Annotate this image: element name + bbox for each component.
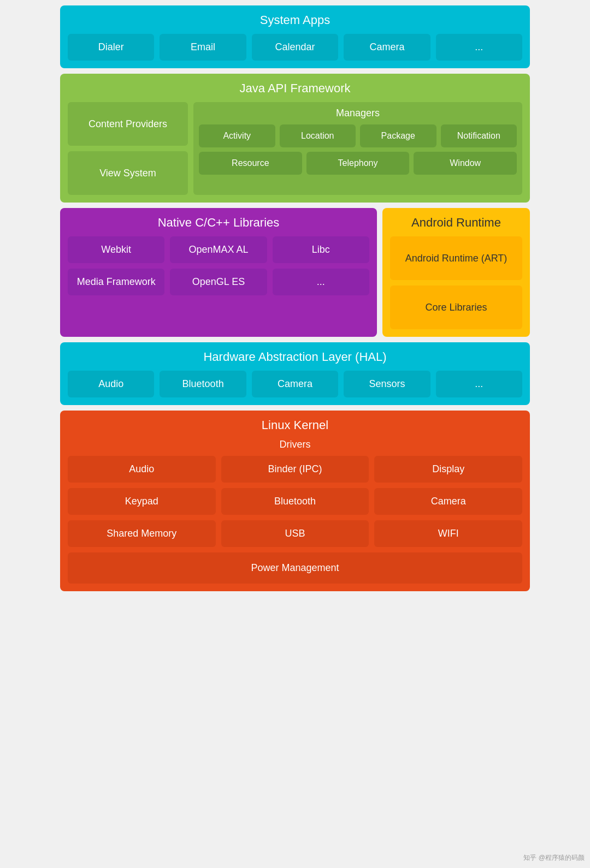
art-cell: Android Runtime (ART) xyxy=(390,236,522,280)
telephony-cell: Telephony xyxy=(306,152,410,175)
webkit-cell: Webkit xyxy=(68,236,164,263)
power-management-cell: Power Management xyxy=(68,552,522,584)
hal-sensors-cell: Sensors xyxy=(344,371,430,397)
android-runtime-layer: Android Runtime Android Runtime (ART) Co… xyxy=(382,208,530,337)
camera-cell: Camera xyxy=(344,34,430,61)
system-apps-row: Dialer Email Calendar Camera ... xyxy=(68,34,522,61)
calendar-cell: Calendar xyxy=(252,34,338,61)
content-providers-cell: Content Providers xyxy=(68,102,188,146)
hal-bluetooth-cell: Bluetooth xyxy=(160,371,246,397)
driver-bluetooth-cell: Bluetooth xyxy=(221,488,369,515)
drivers-grid: Audio Binder (IPC) Display Keypad Blueto… xyxy=(68,456,522,547)
managers-row2: Resource Telephony Window xyxy=(199,152,517,175)
email-cell: Email xyxy=(160,34,246,61)
driver-usb-cell: USB xyxy=(221,520,369,547)
location-cell: Location xyxy=(280,124,356,147)
linux-kernel-title: Linux Kernel xyxy=(68,418,522,432)
managers-row1: Activity Location Package Notification xyxy=(199,124,517,147)
driver-wifi-cell: WIFI xyxy=(374,520,522,547)
linux-kernel-layer: Linux Kernel Drivers Audio Binder (IPC) … xyxy=(60,411,530,591)
native-libs-title: Native C/C++ Libraries xyxy=(68,216,369,230)
hal-audio-cell: Audio xyxy=(68,371,154,397)
system-apps-title: System Apps xyxy=(68,13,522,27)
java-api-title: Java API Framework xyxy=(68,81,522,96)
java-api-inner: Content Providers View System Managers A… xyxy=(68,102,522,195)
driver-shared-memory-cell: Shared Memory xyxy=(68,520,216,547)
resource-cell: Resource xyxy=(199,152,302,175)
hal-title: Hardware Abstraction Layer (HAL) xyxy=(68,350,522,364)
hal-row: Audio Bluetooth Camera Sensors ... xyxy=(68,371,522,397)
android-runtime-title: Android Runtime xyxy=(390,216,522,230)
driver-keypad-cell: Keypad xyxy=(68,488,216,515)
window-cell: Window xyxy=(414,152,517,175)
media-framework-cell: Media Framework xyxy=(68,269,164,295)
core-libraries-cell: Core Libraries xyxy=(390,286,522,329)
driver-display-cell: Display xyxy=(374,456,522,483)
dialer-cell: Dialer xyxy=(68,34,154,61)
driver-camera-cell: Camera xyxy=(374,488,522,515)
system-apps-layer: System Apps Dialer Email Calendar Camera… xyxy=(60,5,530,68)
drivers-title: Drivers xyxy=(68,439,522,450)
managers-section: Managers Activity Location Package Notif… xyxy=(193,102,522,195)
managers-title: Managers xyxy=(199,108,517,119)
notification-cell: Notification xyxy=(441,124,517,147)
native-more-cell: ... xyxy=(273,269,369,295)
package-cell: Package xyxy=(360,124,436,147)
view-system-cell: View System xyxy=(68,151,188,195)
native-libs-layer: Native C/C++ Libraries Webkit OpenMAX AL… xyxy=(60,208,377,337)
native-libs-grid: Webkit OpenMAX AL Libc Media Framework O… xyxy=(68,236,369,295)
hal-layer: Hardware Abstraction Layer (HAL) Audio B… xyxy=(60,342,530,405)
opengl-cell: OpenGL ES xyxy=(170,269,267,295)
hal-camera-cell: Camera xyxy=(252,371,338,397)
native-runtime-row: Native C/C++ Libraries Webkit OpenMAX AL… xyxy=(60,208,530,337)
java-api-left: Content Providers View System xyxy=(68,102,188,195)
activity-cell: Activity xyxy=(199,124,275,147)
hal-more-cell: ... xyxy=(436,371,522,397)
java-api-layer: Java API Framework Content Providers Vie… xyxy=(60,74,530,203)
libc-cell: Libc xyxy=(273,236,369,263)
driver-binder-cell: Binder (IPC) xyxy=(221,456,369,483)
openmax-cell: OpenMAX AL xyxy=(170,236,267,263)
more-cell: ... xyxy=(436,34,522,61)
driver-audio-cell: Audio xyxy=(68,456,216,483)
